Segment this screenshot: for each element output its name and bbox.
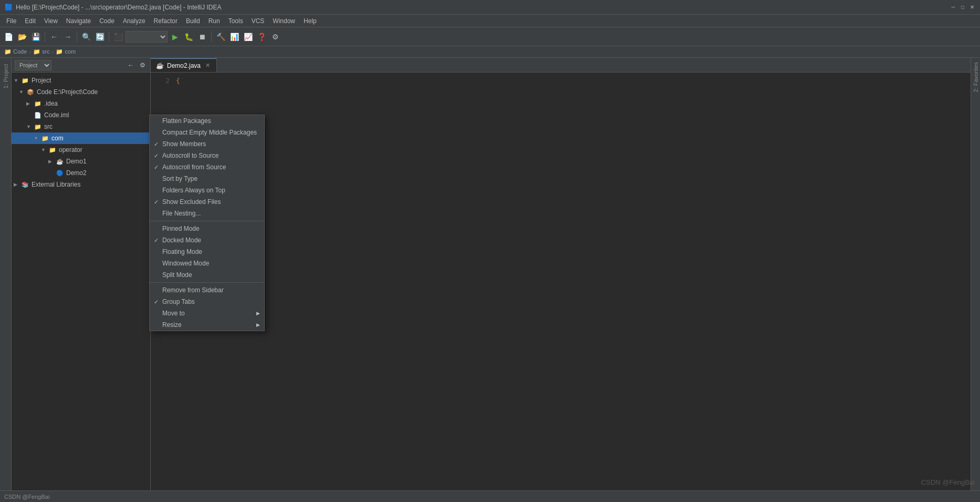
tree-label: operator [59, 146, 82, 153]
toolbar-settings-button[interactable]: ⚙ [269, 30, 282, 43]
ctx-floating-mode[interactable]: Floating Mode [150, 246, 264, 258]
tab-demo2-java[interactable]: ☕ Demo2.java ✕ [151, 58, 217, 72]
tree-item-idea[interactable]: ▶ 📁 .idea [12, 98, 150, 109]
toolbar-replace-button[interactable]: 🔄 [93, 30, 106, 43]
ctx-windowed-mode[interactable]: Windowed Mode [150, 258, 264, 269]
menu-view[interactable]: View [40, 16, 62, 26]
menu-analyze[interactable]: Analyze [119, 16, 150, 26]
library-icon: 📚 [21, 180, 29, 189]
minimize-button[interactable]: ─ [950, 4, 957, 11]
toolbar-stop-button[interactable]: ⏹ [196, 30, 208, 43]
tab-bar: ☕ Demo2.java ✕ [151, 58, 971, 73]
toolbar-back-button[interactable]: ← [48, 30, 60, 43]
breadcrumb-code[interactable]: 📁 Code [4, 48, 27, 55]
ctx-move-to[interactable]: Move to [150, 308, 264, 319]
editor-content: 2 { [151, 73, 971, 502]
breadcrumb-src[interactable]: 📁 src [33, 48, 50, 55]
ctx-folders-always-on-top[interactable]: Folders Always on Top [150, 185, 264, 196]
toolbar-breakpoint-button[interactable]: ⬛ [112, 30, 124, 43]
run-config-dropdown[interactable] [126, 31, 168, 43]
menu-build[interactable]: Build [182, 16, 204, 26]
breadcrumb-com[interactable]: 📁 com [56, 48, 76, 55]
tree-label: src [44, 123, 53, 130]
toolbar-run-button[interactable]: ▶ [169, 30, 181, 43]
menu-code[interactable]: Code [95, 16, 119, 26]
ctx-show-excluded-files[interactable]: Show Excluded Files [150, 196, 264, 208]
toolbar-sep-2 [77, 32, 77, 42]
ctx-group-tabs[interactable]: Group Tabs [150, 296, 264, 308]
maximize-button[interactable]: □ [959, 4, 966, 11]
ctx-file-nesting[interactable]: File Nesting... [150, 208, 264, 219]
favorites-label[interactable]: 2: Favorites [973, 58, 979, 96]
menu-help[interactable]: Help [299, 16, 321, 26]
panel-settings-btn[interactable]: ⚙ [138, 60, 147, 70]
tree-item-project[interactable]: ▼ 📁 Project [12, 75, 150, 86]
toolbar-debug-button[interactable]: 🐛 [182, 30, 195, 43]
tree-arrow: ▼ [19, 89, 26, 95]
tree-item-src[interactable]: ▼ 📁 src [12, 121, 150, 132]
bottom-bar: CSDN @FengBai [0, 490, 980, 502]
ctx-split-mode[interactable]: Split Mode [150, 269, 264, 281]
window-controls: ─ □ ✕ [950, 4, 976, 11]
menu-refactor[interactable]: Refactor [150, 16, 182, 26]
ctx-flatten-packages[interactable]: Flatten Packages [150, 115, 264, 127]
ctx-compact-empty[interactable]: Compact Empty Middle Packages [150, 127, 264, 138]
menu-tools[interactable]: Tools [224, 16, 247, 26]
menu-bar: File Edit View Navigate Code Analyze Ref… [0, 15, 980, 27]
folder-icon: 📁 [34, 122, 42, 131]
tree-label: Code E:\Project\Code [37, 88, 98, 96]
tree-item-external-libs[interactable]: ▶ 📚 External Libraries [12, 179, 150, 190]
tree-label: Project [32, 77, 51, 84]
ctx-sort-by-type[interactable]: Sort by Type [150, 173, 264, 185]
toolbar-profile-button[interactable]: 📈 [242, 30, 254, 43]
ctx-sep-2 [150, 282, 264, 283]
tab-icon: ☕ [156, 62, 164, 69]
ctx-pinned-mode[interactable]: Pinned Mode [150, 223, 264, 234]
tree-item-code-iml[interactable]: 📄 Code.iml [12, 109, 150, 121]
tree-item-operator[interactable]: ▼ 📁 operator [12, 144, 150, 156]
toolbar-help-button[interactable]: ❓ [255, 30, 268, 43]
ctx-resize[interactable]: Resize [150, 319, 264, 331]
tree-label: com [51, 135, 64, 142]
toolbar-build-button[interactable]: 🔨 [214, 30, 227, 43]
menu-run[interactable]: Run [204, 16, 224, 26]
toolbar: 📄 📂 💾 ← → 🔍 🔄 ⬛ ▶ 🐛 ⏹ 🔨 📊 📈 ❓ ⚙ [0, 27, 980, 46]
ctx-autoscroll-to-source[interactable]: Autoscroll to Source [150, 150, 264, 161]
menu-window[interactable]: Window [268, 16, 299, 26]
panel-collapse-btn[interactable]: ← [126, 60, 135, 70]
close-button[interactable]: ✕ [968, 4, 976, 11]
tab-close-button[interactable]: ✕ [204, 62, 211, 69]
title-bar: 🟦 Hello [E:\Project\Code] - ...\src\oper… [0, 0, 980, 15]
tree-label: Demo2 [66, 169, 87, 177]
toolbar-new-button[interactable]: 📄 [2, 30, 15, 43]
folder-icon: 📁 [34, 99, 42, 108]
folder-icon: 📁 [41, 134, 49, 142]
menu-file[interactable]: File [2, 16, 20, 26]
toolbar-forward-button[interactable]: → [61, 30, 74, 43]
menu-vcs[interactable]: VCS [247, 16, 269, 26]
folder-icon: 📁 [48, 146, 57, 154]
editor-area: ☕ Demo2.java ✕ 2 { [151, 58, 971, 502]
toolbar-sep-1 [45, 32, 45, 42]
left-side-bar: 1: Project [0, 58, 12, 502]
project-panel: Project ← ⚙ ▼ 📁 Project ▼ 📦 Code E:\Proj… [12, 58, 151, 502]
toolbar-coverage-button[interactable]: 📊 [228, 30, 241, 43]
menu-edit[interactable]: Edit [20, 16, 40, 26]
toolbar-search-button[interactable]: 🔍 [80, 30, 92, 43]
window-title: Hello [E:\Project\Code] - ...\src\operat… [16, 4, 976, 11]
project-tree: ▼ 📁 Project ▼ 📦 Code E:\Project\Code ▶ 📁… [12, 73, 150, 502]
menu-navigate[interactable]: Navigate [62, 16, 95, 26]
tree-item-demo2[interactable]: 🔵 Demo2 [12, 167, 150, 179]
tree-item-com[interactable]: ▼ 📁 com [12, 132, 150, 144]
ctx-remove-from-sidebar[interactable]: Remove from Sidebar [150, 284, 264, 296]
side-tab-project[interactable]: 1: Project [2, 60, 10, 93]
ctx-docked-mode[interactable]: Docked Mode [150, 234, 264, 246]
panel-view-dropdown[interactable]: Project [15, 60, 51, 70]
toolbar-save-button[interactable]: 💾 [29, 30, 42, 43]
tree-item-code-module[interactable]: ▼ 📦 Code E:\Project\Code [12, 86, 150, 98]
ctx-autoscroll-from-source[interactable]: Autoscroll from Source [150, 161, 264, 173]
xml-icon: 📄 [34, 111, 42, 119]
tree-item-demo1[interactable]: ▶ ☕ Demo1 [12, 156, 150, 167]
toolbar-open-button[interactable]: 📂 [16, 30, 28, 43]
ctx-show-members[interactable]: Show Members [150, 138, 264, 150]
